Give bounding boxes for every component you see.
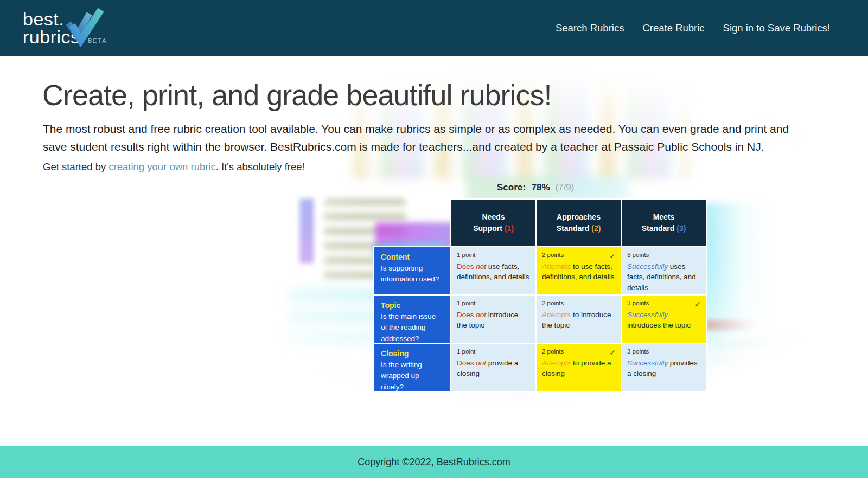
cell-description: Successfully provides a closing bbox=[627, 358, 700, 379]
cell-points-label: 2 points bbox=[542, 251, 615, 260]
hero-description: The most robust and free rubric creation… bbox=[43, 120, 813, 156]
score-fraction: (7/9) bbox=[555, 182, 574, 192]
cell-description: Attempts to introduce the topic bbox=[542, 310, 615, 331]
rubric-text-segment: Does bbox=[457, 311, 476, 319]
cell-description: Does not use facts, definitions, and det… bbox=[457, 261, 530, 282]
cell-points-label: 1 point bbox=[457, 299, 530, 308]
copyright-text: Copyright ©2022, bbox=[358, 457, 433, 468]
bg-green-streaks bbox=[713, 341, 822, 381]
rubric-cell: 2 pointsAttempts to introduce the topic bbox=[537, 296, 621, 343]
rubric-text-segment: Attempts bbox=[542, 359, 571, 367]
bg-left-cyan-streaks bbox=[289, 290, 381, 355]
selected-check-icon: ✓ bbox=[609, 347, 616, 358]
brand-logo[interactable]: best. rubrics BETA bbox=[23, 5, 142, 52]
selected-check-icon: ✓ bbox=[694, 299, 701, 310]
rubric-row-question: Is supporting information used? bbox=[381, 264, 439, 283]
rubric-text-segment: not bbox=[476, 311, 486, 319]
rubric-row-header: TopicIs the main issue of the reading ad… bbox=[374, 296, 450, 343]
rubric-text-segment: introduces the topic bbox=[627, 321, 691, 329]
bg-blue-band bbox=[299, 198, 314, 264]
cell-description: Successfully uses facts, definitions, an… bbox=[627, 261, 700, 293]
rubric-column-header: MeetsStandard (3) bbox=[622, 200, 706, 246]
rubric-text-segment: Successfully bbox=[627, 359, 668, 367]
beta-badge: BETA bbox=[88, 37, 107, 44]
rubric-text-segment: Does bbox=[457, 359, 476, 367]
main-nav: Search Rubrics Create Rubric Sign in to … bbox=[556, 22, 830, 34]
rubric-row-header: ClosingIs the writing wrapped up nicely? bbox=[374, 344, 450, 391]
column-points-number: (1) bbox=[505, 224, 514, 233]
cell-points-label: 2 points bbox=[542, 347, 615, 356]
get-started-line: Get started by creating your own rubric.… bbox=[43, 161, 305, 173]
cell-description: Successfully introduces the topic bbox=[627, 310, 700, 331]
rubric-body: ContentIs supporting information used?1 … bbox=[373, 246, 707, 392]
rubric-row-title: Content bbox=[381, 252, 444, 263]
rubric-cell: 1 pointDoes not introduce the topic bbox=[451, 296, 535, 343]
bg-top-burst bbox=[342, 56, 689, 179]
rubric-cell: 3 pointsSuccessfully uses facts, definit… bbox=[622, 247, 706, 294]
rubric-text-segment: Attempts bbox=[542, 311, 571, 319]
rubric-row-title: Closing bbox=[381, 348, 444, 359]
rubric-column-header: NeedsSupport (1) bbox=[451, 200, 535, 246]
cell-description: Attempts to use facts, definitions, and … bbox=[542, 261, 615, 282]
bg-red-streak bbox=[705, 320, 757, 331]
score-value: 78% bbox=[532, 182, 550, 192]
nav-search-rubrics[interactable]: Search Rubrics bbox=[556, 22, 624, 34]
cell-points-label: 3 points bbox=[627, 299, 700, 308]
cell-description: Does not provide a closing bbox=[457, 358, 530, 379]
nav-create-rubric[interactable]: Create Rubric bbox=[642, 22, 704, 34]
rubric-row-title: Topic bbox=[381, 300, 444, 311]
site-header: best. rubrics BETA Search Rubrics Create bbox=[0, 0, 868, 56]
rubric-text-segment: not bbox=[476, 359, 486, 367]
rubric-column-header: ApproachesStandard (2) bbox=[537, 200, 621, 246]
rubric-row-question: Is the main issue of the reading address… bbox=[381, 312, 436, 343]
rubric-text-segment: not bbox=[476, 262, 486, 271]
cell-points-label: 2 points bbox=[542, 299, 615, 308]
rubric-text-segment: Successfully bbox=[627, 262, 668, 271]
rubric-demo-image: Score: 78% (7/9) NeedsSupport (1)Approac… bbox=[373, 182, 707, 392]
nav-sign-in[interactable]: Sign in to Save Rubrics! bbox=[723, 22, 830, 34]
rubric-column-headers: NeedsSupport (1)ApproachesStandard (2)Me… bbox=[450, 198, 707, 246]
cell-points-label: 3 points bbox=[627, 251, 700, 260]
rubric-cell: 3 points✓Successfully introduces the top… bbox=[622, 296, 706, 343]
footer-site-link[interactable]: BestRubrics.com bbox=[437, 457, 510, 468]
rubric-cell: 1 pointDoes not provide a closing bbox=[451, 344, 535, 391]
cell-description: Attempts to provide a closing bbox=[542, 358, 615, 379]
rubric-cell: 1 pointDoes not use facts, definitions, … bbox=[451, 247, 535, 294]
rubric-text-segment: Does bbox=[457, 262, 476, 271]
cell-points-label: 1 point bbox=[457, 251, 530, 260]
page-title: Create, print, and grade beautiful rubri… bbox=[42, 78, 552, 112]
rubric-text-segment: Successfully bbox=[627, 311, 668, 319]
rubric-text-segment: Attempts bbox=[542, 262, 571, 271]
column-points-number: (2) bbox=[591, 224, 601, 233]
rubric-row-question: Is the writing wrapped up nicely? bbox=[381, 361, 422, 391]
site-footer: Copyright ©2022, BestRubrics.com bbox=[0, 446, 868, 478]
score-label: Score: bbox=[497, 182, 526, 192]
hero-section: Create, print, and grade beautiful rubri… bbox=[0, 56, 868, 446]
cell-points-label: 1 point bbox=[457, 347, 530, 356]
cta-prefix: Get started by bbox=[43, 161, 108, 172]
selected-check-icon: ✓ bbox=[609, 251, 616, 261]
cta-suffix: . It's absolutely free! bbox=[216, 161, 305, 172]
rubric-cell: 3 pointsSuccessfully provides a closing bbox=[622, 344, 706, 391]
cell-description: Does not introduce the topic bbox=[457, 310, 530, 331]
score-line: Score: 78% (7/9) bbox=[497, 182, 707, 193]
cell-points-label: 3 points bbox=[627, 347, 700, 356]
rubric-cell: 2 points✓Attempts to use facts, definiti… bbox=[537, 247, 621, 294]
column-points-number: (3) bbox=[676, 224, 686, 233]
rubric-cell: 2 points✓Attempts to provide a closing bbox=[537, 344, 621, 391]
create-rubric-link[interactable]: creating your own rubric bbox=[108, 161, 215, 172]
rubric-row-header: ContentIs supporting information used? bbox=[374, 247, 450, 294]
